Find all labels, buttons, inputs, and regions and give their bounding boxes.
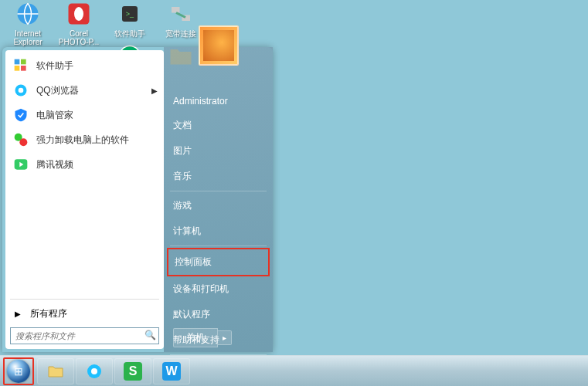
pinned-item-label: QQ浏览器 [36,84,79,97]
taskbar-item-browser[interactable] [76,358,113,384]
wps-icon: W [162,362,181,381]
all-programs-arrow-icon: ▶ [15,310,21,318]
ie-icon [14,0,42,28]
desktop-icon-label: Internet Explorer [5,29,51,46]
assistant-icon [12,56,30,75]
svg-rect-7 [21,59,26,65]
svg-point-16 [91,368,97,374]
pinned-item-video[interactable]: 腾讯视频 [7,152,162,177]
submenu-arrow-icon: ▶ [151,86,158,95]
search-icon[interactable]: 🔍 [144,330,156,340]
browser-icon [85,362,104,381]
link-games[interactable]: 游戏 [164,193,273,218]
video-icon [12,155,30,174]
link-pictures[interactable]: 图片 [164,138,273,164]
pinned-item-pcmanager[interactable]: 电脑管家 [7,103,162,127]
shutdown-button[interactable]: 关机 [173,328,218,347]
svg-point-11 [19,88,24,93]
highlight-control-panel: 控制面板 [167,248,270,276]
assistant-icon: >_ [116,0,144,28]
qqbrowser-icon [12,81,30,100]
start-menu-left-pane: 软件助手 QQ浏览器 ▶ 电脑管家 强力卸载电脑上的软件 腾讯视频 ▶ [5,50,164,349]
user-picture[interactable] [199,25,239,66]
uninstall-icon [12,130,30,149]
svg-rect-8 [15,66,20,71]
all-programs[interactable]: ▶ 所有程序 [5,303,164,324]
green-app-icon: S [124,362,142,381]
desktop-icon-label: 宽带连接 [158,29,204,38]
desktop-icon-ie[interactable]: Internet Explorer [5,0,51,46]
desktop-icon-assistant[interactable]: >_ 软件助手 [107,0,153,38]
shutdown-options-arrow[interactable]: ▸ [218,330,232,345]
search-box: 🔍 [10,327,159,344]
start-menu: 软件助手 QQ浏览器 ▶ 电脑管家 强力卸载电脑上的软件 腾讯视频 ▶ [2,47,273,352]
separator [170,245,267,246]
taskbar-item-explorer[interactable] [37,358,74,384]
link-devices[interactable]: 设备和打印机 [164,276,273,302]
all-programs-label: 所有程序 [30,307,67,320]
start-button[interactable] [7,360,30,383]
explorer-icon [46,362,65,381]
svg-rect-3 [172,7,180,13]
pinned-programs-list: 软件助手 QQ浏览器 ▶ 电脑管家 强力卸载电脑上的软件 腾讯视频 [5,50,164,296]
svg-point-13 [19,138,27,146]
pinned-item-label: 软件助手 [36,59,73,73]
link-computer[interactable]: 计算机 [164,218,273,244]
pinned-item-uninstall[interactable]: 强力卸载电脑上的软件 [7,127,162,152]
start-menu-right-pane: Administrator 文档 图片 音乐 游戏 计算机 控制面板 设备和打印… [164,47,273,352]
broadband-icon [167,0,195,28]
desktop-icon-label: Corel PHOTO-P... [56,29,102,46]
desktop-icon-corel[interactable]: Corel PHOTO-P... [56,0,102,46]
pinned-item-qqbrowser[interactable]: QQ浏览器 ▶ [7,78,162,103]
desktop-icon-label: 软件助手 [107,29,153,38]
start-button-highlight [3,357,34,385]
taskbar: S W [0,355,588,386]
pinned-item-label: 腾讯视频 [36,158,73,171]
svg-rect-6 [15,59,20,65]
pinned-item-label: 强力卸载电脑上的软件 [36,134,129,147]
link-control-panel[interactable]: 控制面板 [168,249,268,275]
link-defaults[interactable]: 默认程序 [164,302,273,327]
search-input[interactable] [10,327,159,344]
taskbar-item-green[interactable]: S [114,358,151,384]
pinned-item-assistant[interactable]: 软件助手 [7,53,162,78]
corel-icon [65,0,93,28]
separator [10,299,159,300]
svg-point-2 [74,7,83,21]
svg-rect-9 [21,66,26,71]
pinned-item-label: 电脑管家 [36,109,73,122]
link-documents[interactable]: 文档 [164,113,273,138]
shutdown-group: 关机 ▸ [173,328,232,347]
separator [170,191,267,191]
pcmanager-icon [12,106,30,124]
link-music[interactable]: 音乐 [164,164,273,189]
desktop-icon-broadband[interactable]: 宽带连接 [158,0,204,38]
taskbar-item-wps[interactable]: W [153,358,190,384]
user-name[interactable]: Administrator [164,90,273,113]
